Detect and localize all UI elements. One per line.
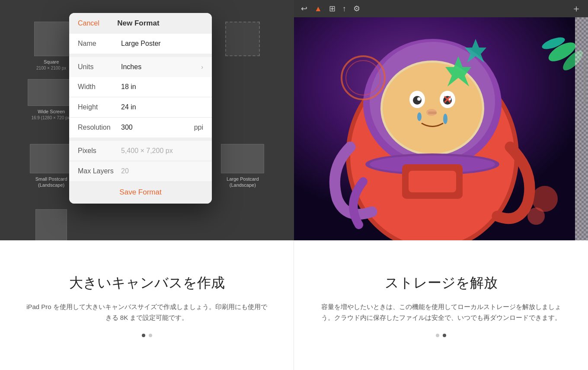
resolution-unit: ppi (194, 124, 203, 131)
pixels-value: 5,400 × 7,200 px (121, 147, 203, 155)
left-dots (142, 334, 152, 337)
right-dots (436, 334, 446, 337)
save-format-label: Save Format (119, 188, 161, 197)
dot-2 (149, 334, 152, 337)
pixels-row: Pixels 5,400 × 7,200 px (69, 141, 212, 161)
pixels-label: Pixels (78, 147, 121, 155)
units-label: Units (78, 63, 121, 71)
width-value: 18 in (121, 83, 203, 91)
artwork-illustration (294, 17, 588, 240)
bottom-section: 大きいキャンバスを作成 iPad Pro を使用して大きいキャンバスサイズで作成… (0, 240, 588, 370)
svg-rect-26 (409, 171, 456, 192)
name-label: Name (78, 40, 121, 48)
height-row: Height 24 in (69, 97, 212, 118)
settings-icon[interactable]: ⚙ (353, 4, 360, 13)
undo-icon[interactable]: ↩ (301, 4, 307, 13)
layers-icon[interactable]: ▲ (314, 4, 322, 13)
canvas-item-comic-book[interactable]: Comic Book (7, 209, 96, 240)
dot-1 (142, 334, 145, 337)
height-value: 24 in (121, 103, 203, 111)
chevron-right-icon: › (201, 64, 203, 70)
svg-point-10 (383, 63, 482, 153)
cancel-button[interactable]: Cancel (78, 19, 99, 27)
svg-point-21 (417, 112, 422, 121)
svg-point-32 (527, 207, 545, 225)
right-feature-title: ストレージを解放 (385, 274, 498, 293)
right-panel: ↩ ▲ ⊞ ↑ ⚙ ＋ (294, 0, 588, 240)
svg-point-15 (417, 97, 421, 101)
left-feature-title: 大きいキャンバスを作成 (69, 274, 225, 293)
dimensions-section: Width 18 in Height 24 in Resolution ppi (69, 77, 212, 137)
bottom-right: ストレージを解放 容量を増やしたいときは、この機能を使用してローカルストレージを… (294, 240, 588, 370)
units-section: Units Inches › (69, 57, 212, 77)
svg-rect-20 (428, 112, 437, 114)
svg-point-22 (443, 114, 447, 124)
units-value: Inches (121, 63, 201, 71)
extra-section: Pixels 5,400 × 7,200 px Max Layers 20 (69, 141, 212, 181)
dialog-header: Cancel New Format (69, 13, 212, 34)
name-row: Name (69, 34, 212, 54)
dialog-rows: Name (69, 34, 212, 54)
width-row: Width 18 in (69, 77, 212, 97)
resolution-label: Resolution (78, 124, 121, 131)
dialog-title: New Format (117, 19, 159, 28)
bottom-left: 大きいキャンバスを作成 iPad Pro を使用して大きいキャンバスサイズで作成… (0, 240, 294, 370)
share-icon[interactable]: ↑ (342, 4, 346, 13)
right-feature-desc: 容量を増やしたいときは、この機能を使用してローカルストレージを解放しましょう。ク… (320, 301, 562, 323)
resolution-row: Resolution ppi (69, 118, 212, 137)
new-format-dialog: Cancel New Format Name Units Inches › (69, 13, 212, 204)
artwork-svg (294, 17, 588, 240)
svg-rect-37 (575, 17, 588, 240)
height-label: Height (78, 103, 121, 111)
dot-4 (443, 334, 446, 337)
max-layers-value: 20 (121, 167, 203, 175)
units-row[interactable]: Units Inches › (69, 57, 212, 77)
max-layers-label: Max Layers (78, 167, 121, 175)
svg-rect-38 (585, 61, 586, 104)
right-toolbar: ↩ ▲ ⊞ ↑ ⚙ ＋ (294, 0, 588, 17)
left-feature-desc: iPad Pro を使用して大きいキャンバスサイズで作成しましょう。印刷用にも使… (26, 301, 268, 323)
name-input[interactable] (121, 40, 208, 48)
svg-point-13 (413, 96, 422, 105)
checker (575, 17, 588, 240)
resolution-input[interactable] (121, 124, 194, 131)
left-panel: Square2100 × 2100 px iPad Pro (Landscape… (0, 0, 294, 240)
width-label: Width (78, 83, 121, 91)
top-section: Square2100 × 2100 px iPad Pro (Landscape… (0, 0, 588, 240)
dot-3 (436, 334, 439, 337)
max-layers-row: Max Layers 20 (69, 161, 212, 181)
save-format-button[interactable]: Save Format (69, 181, 212, 204)
stack-icon[interactable]: ⊞ (329, 4, 336, 13)
add-button[interactable]: ＋ (572, 2, 581, 15)
